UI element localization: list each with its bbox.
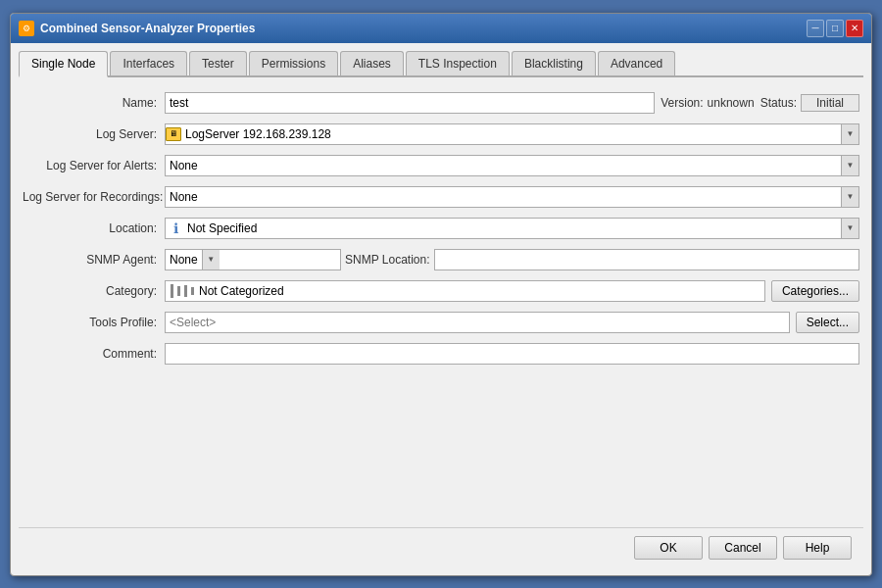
- main-window: ⚙ Combined Sensor-Analyzer Properties ─ …: [10, 13, 872, 576]
- log-server-alerts-arrow[interactable]: ▼: [841, 156, 858, 175]
- tab-tls-inspection[interactable]: TLS Inspection: [406, 51, 510, 75]
- tab-tester[interactable]: Tester: [189, 51, 247, 75]
- tab-bar: Single Node Interfaces Tester Permission…: [19, 51, 863, 77]
- log-server-label: Log Server:: [23, 127, 165, 141]
- close-button[interactable]: ✕: [846, 20, 863, 37]
- location-dropdown[interactable]: ℹ Not Specified ▼: [165, 218, 859, 239]
- help-button[interactable]: Help: [783, 536, 852, 560]
- log-server-alerts-label: Log Server for Alerts:: [23, 159, 165, 172]
- tools-profile-row: Tools Profile: Select...: [23, 311, 859, 334]
- tools-profile-control: Select...: [165, 312, 859, 333]
- category-label: Category:: [23, 284, 165, 298]
- log-server-alerts-control: None ▼: [165, 155, 859, 176]
- category-control-area: Not Categorized Categories...: [165, 280, 859, 302]
- snmp-agent-text: None: [166, 253, 202, 267]
- location-control: ℹ Not Specified ▼: [165, 218, 859, 239]
- snmp-inner-row: None ▼ SNMP Location:: [165, 249, 859, 270]
- maximize-button[interactable]: □: [826, 20, 844, 37]
- log-server-recordings-dropdown[interactable]: None ▼: [165, 186, 859, 208]
- version-value: unknown: [708, 96, 755, 110]
- comment-label: Comment:: [23, 347, 165, 361]
- name-row: Name: Version: unknown Status: Initial: [23, 91, 859, 115]
- status-label: Status:: [760, 96, 797, 110]
- snmp-location-label: SNMP Location:: [345, 253, 430, 267]
- location-text: Not Specified: [185, 221, 841, 235]
- snmp-location-input[interactable]: [434, 249, 860, 270]
- log-server-alerts-row: Log Server for Alerts: None ▼: [23, 154, 859, 177]
- select-button[interactable]: Select...: [796, 312, 859, 333]
- location-icon: ℹ: [166, 219, 185, 238]
- location-row: Location: ℹ Not Specified ▼: [23, 217, 859, 240]
- comment-input[interactable]: [165, 343, 859, 365]
- tab-single-node[interactable]: Single Node: [19, 51, 108, 77]
- snmp-agent-dropdown[interactable]: None ▼: [165, 249, 341, 270]
- minimize-button[interactable]: ─: [807, 20, 824, 37]
- log-server-dropdown[interactable]: 🖥 LogServer 192.168.239.128 ▼: [165, 123, 859, 145]
- snmp-row: SNMP Agent: None ▼ SNMP Location:: [23, 248, 859, 271]
- log-server-row: Log Server: 🖥 LogServer 192.168.239.128 …: [23, 122, 859, 146]
- tab-interfaces[interactable]: Interfaces: [110, 51, 187, 75]
- snmp-control-area: None ▼ SNMP Location:: [165, 249, 859, 270]
- version-label: Version:: [661, 96, 703, 110]
- log-server-alerts-dropdown[interactable]: None ▼: [165, 155, 859, 176]
- category-row: Category: Not Categorized Categories...: [23, 279, 859, 303]
- location-label: Location:: [23, 221, 165, 235]
- log-server-text: LogServer 192.168.239.128: [181, 127, 841, 141]
- log-server-recordings-label: Log Server for Recordings:: [23, 190, 165, 204]
- form-area: Name: Version: unknown Status: Initial L…: [19, 85, 863, 527]
- status-area: Status: Initial: [760, 94, 859, 112]
- categories-button[interactable]: Categories...: [771, 280, 859, 302]
- status-value: Initial: [801, 94, 859, 112]
- tools-profile-label: Tools Profile:: [23, 316, 165, 329]
- snmp-agent-arrow[interactable]: ▼: [202, 250, 220, 270]
- snmp-agent-label: SNMP Agent:: [23, 253, 165, 267]
- comment-control: [165, 343, 859, 365]
- category-display: Not Categorized: [165, 280, 765, 302]
- log-server-recordings-arrow[interactable]: ▼: [841, 187, 858, 207]
- log-server-icon: 🖥: [166, 127, 181, 141]
- log-server-recordings-text: None: [166, 190, 841, 204]
- footer: OK Cancel Help: [19, 527, 863, 567]
- log-server-recordings-row: Log Server for Recordings: None ▼: [23, 185, 859, 209]
- log-server-recordings-control: None ▼: [165, 186, 859, 208]
- title-bar-left: ⚙ Combined Sensor-Analyzer Properties: [19, 21, 255, 36]
- category-text: Not Categorized: [199, 284, 760, 298]
- location-arrow[interactable]: ▼: [841, 219, 858, 238]
- tools-profile-input[interactable]: [165, 312, 790, 333]
- window-title: Combined Sensor-Analyzer Properties: [40, 22, 255, 35]
- tab-permissions[interactable]: Permissions: [249, 51, 338, 75]
- log-server-alerts-text: None: [166, 159, 841, 172]
- tab-blacklisting[interactable]: Blacklisting: [512, 51, 596, 75]
- title-bar: ⚙ Combined Sensor-Analyzer Properties ─ …: [11, 14, 871, 43]
- cancel-button[interactable]: Cancel: [709, 536, 777, 560]
- name-label: Name:: [23, 96, 165, 110]
- ok-button[interactable]: OK: [634, 536, 703, 560]
- name-input[interactable]: [165, 92, 655, 114]
- version-area: Version: unknown: [661, 96, 754, 110]
- window-content: Single Node Interfaces Tester Permission…: [11, 43, 871, 575]
- tab-advanced[interactable]: Advanced: [598, 51, 675, 75]
- name-control-area: Version: unknown Status: Initial: [165, 92, 859, 114]
- title-controls: ─ □ ✕: [807, 20, 863, 37]
- tab-aliases[interactable]: Aliases: [340, 51, 404, 75]
- log-server-arrow[interactable]: ▼: [841, 124, 858, 144]
- category-icon: [170, 284, 195, 298]
- log-server-control: 🖥 LogServer 192.168.239.128 ▼: [165, 123, 859, 145]
- comment-row: Comment:: [23, 342, 859, 366]
- window-icon: ⚙: [19, 21, 34, 36]
